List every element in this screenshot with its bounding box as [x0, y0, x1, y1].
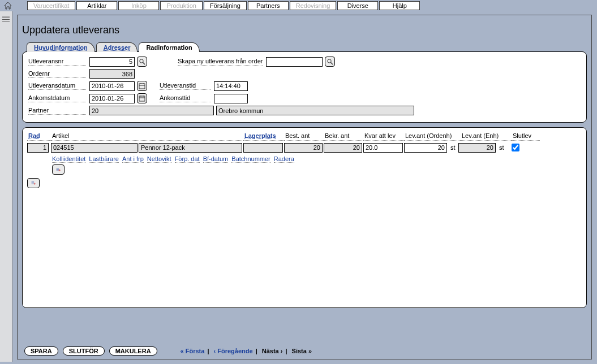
- calendar-icon: [139, 95, 145, 102]
- page-title: Uppdatera utleverans: [18, 15, 591, 42]
- col-levordenh: Lev.ant (Ordenh): [404, 131, 461, 141]
- top-tab-produktion: Produktion: [160, 1, 203, 10]
- cell-art-desc: [139, 143, 242, 153]
- col-bekr: Bekr. ant: [324, 131, 363, 141]
- top-tab-partners[interactable]: Partners: [248, 1, 289, 10]
- pager-prev[interactable]: ‹ Föregående: [214, 348, 253, 354]
- finish-button[interactable]: SLUTFÖR: [63, 346, 105, 356]
- svg-rect-8: [139, 96, 145, 101]
- input-ankdatum[interactable]: [89, 94, 135, 103]
- checkbox-slutlev[interactable]: [512, 144, 519, 151]
- rail-grip-icon[interactable]: [2, 16, 10, 21]
- input-skapa-order[interactable]: [266, 57, 323, 67]
- subheader-lastb-rare: Lastbärare: [89, 155, 119, 163]
- calendar-utlevdatum[interactable]: [137, 81, 147, 91]
- unit-le: st: [497, 144, 507, 151]
- lookup-skapa-order[interactable]: [325, 57, 335, 67]
- input-utlevtid[interactable]: [214, 81, 248, 91]
- col-rad[interactable]: Rad: [27, 131, 51, 141]
- pager: « Första| ‹ Föregående| Nästa ›| Sista »: [179, 348, 313, 354]
- label-skapa: Skapa ny utleverans från order: [178, 58, 263, 66]
- cell-levenh: [458, 143, 496, 153]
- top-tab-diverse[interactable]: Diverse: [337, 1, 378, 10]
- input-ordernr: [89, 69, 135, 79]
- pager-last[interactable]: Sista »: [292, 348, 312, 354]
- cell-levordenh[interactable]: [404, 143, 447, 153]
- top-bar: VarucertifikatArtiklarInköpProduktionFör…: [0, 0, 597, 11]
- input-partner-name: [216, 106, 414, 115]
- svg-rect-4: [139, 84, 145, 89]
- list-add-icon: [56, 166, 61, 173]
- subheader-ant-i-frp: Ant i frp: [122, 155, 144, 163]
- workspace: Uppdatera utleverans Huvudinformation Ad…: [17, 15, 592, 359]
- subrow-headers: KolliidentitetLastbärareAnt i frpNettovi…: [52, 155, 294, 163]
- unit-lo: st: [448, 144, 458, 151]
- cell-bekr: [324, 143, 362, 153]
- label-utlevdatum: Utleveransdatum: [28, 82, 86, 90]
- home-icon[interactable]: [3, 1, 12, 10]
- label-ordernr: Ordernr: [28, 70, 86, 78]
- tab-adresser[interactable]: Adresser: [96, 42, 138, 52]
- svg-line-3: [331, 63, 333, 65]
- magnify-icon: [139, 58, 145, 65]
- grid-header: Rad Artikel Lagerplats Best. ant Bekr. a…: [27, 131, 582, 141]
- app-root: VarucertifikatArtiklarInköpProduktionFör…: [0, 0, 597, 364]
- input-utlevdatum[interactable]: [89, 81, 135, 91]
- subheader-nettovikt: Nettovikt: [147, 155, 171, 163]
- subrow: KolliidentitetLastbärareAnt i frpNettovi…: [52, 155, 582, 175]
- footer: SPARA SLUTFÖR MAKULERA « Första| ‹ Föreg…: [24, 346, 313, 356]
- void-button[interactable]: MAKULERA: [109, 346, 157, 356]
- input-partner-code: [89, 106, 214, 115]
- add-row-button[interactable]: [27, 178, 40, 188]
- subheader-kolliidentitet: Kolliidentitet: [52, 155, 85, 163]
- subheader-f-rp-dat: Förp. dat: [175, 155, 200, 163]
- col-lagerplats[interactable]: Lagerplats: [243, 131, 284, 141]
- col-best: Best. ant: [284, 131, 324, 141]
- col-levenh: Lev.ant (Enh): [461, 131, 512, 141]
- tab-radinformation[interactable]: Radinformation: [139, 42, 199, 52]
- top-tabs: VarucertifikatArtiklarInköpProduktionFör…: [27, 1, 420, 10]
- left-rail: [0, 11, 12, 362]
- pager-next[interactable]: Nästa ›: [262, 348, 283, 354]
- subheader-bf-datum: Bf-datum: [203, 155, 229, 163]
- svg-point-0: [140, 59, 143, 63]
- magnify-icon: [327, 58, 333, 65]
- label-utlevtid: Utleveranstid: [160, 82, 211, 90]
- label-ankdatum: Ankomstdatum: [28, 94, 86, 102]
- lookup-utleveransnr[interactable]: [137, 57, 147, 67]
- label-partner: Partner: [28, 107, 86, 115]
- label-anktid: Ankomsttid: [160, 94, 211, 102]
- col-artikel: Artikel: [51, 131, 243, 141]
- cell-kvar[interactable]: [363, 143, 403, 153]
- cell-best: [284, 143, 323, 153]
- tab-huvudinformation[interactable]: Huvudinformation: [27, 42, 95, 52]
- list-add-icon: [31, 180, 36, 187]
- save-button[interactable]: SPARA: [24, 346, 58, 356]
- form-panel: Utleveransnr Skapa ny utleverans från or…: [22, 51, 587, 123]
- top-tab-hjälp[interactable]: Hjälp: [379, 1, 420, 10]
- top-tab-redovisning: Redovisning: [290, 1, 337, 10]
- add-subrow-button[interactable]: [52, 164, 65, 175]
- table-row: st st: [27, 142, 582, 153]
- calendar-ankdatum[interactable]: [137, 93, 147, 103]
- grid-panel: Rad Artikel Lagerplats Best. ant Bekr. a…: [22, 127, 587, 308]
- col-slutlev: Slutlev: [512, 131, 540, 141]
- svg-line-1: [143, 63, 145, 65]
- cell-art-code: [51, 143, 138, 153]
- input-anktid[interactable]: [214, 94, 248, 103]
- calendar-icon: [139, 83, 145, 89]
- subtabs: Huvudinformation Adresser Radinformation: [27, 42, 591, 52]
- subheader-radera: Radera: [274, 155, 294, 163]
- cell-rad: [27, 143, 49, 153]
- svg-point-2: [328, 59, 331, 63]
- cell-lagerplats: [243, 143, 283, 153]
- col-kvar: Kvar att lev: [363, 131, 404, 141]
- input-utleveransnr[interactable]: [89, 57, 135, 67]
- subheader-batchnummer: Batchnummer: [231, 155, 270, 163]
- top-tab-försäljning[interactable]: Försäljning: [204, 1, 247, 10]
- top-tab-varucertifikat: Varucertifikat: [27, 1, 75, 10]
- pager-first[interactable]: « Första: [181, 348, 205, 354]
- top-tab-artiklar[interactable]: Artiklar: [76, 1, 117, 10]
- label-utleveransnr: Utleveransnr: [28, 58, 86, 66]
- top-tab-inköp: Inköp: [118, 1, 159, 10]
